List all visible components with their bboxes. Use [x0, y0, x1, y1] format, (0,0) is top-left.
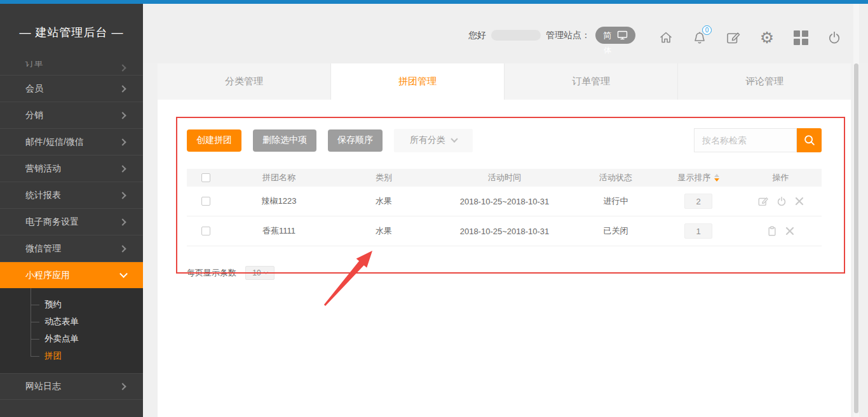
chevron-right-icon — [119, 85, 126, 92]
cell-category: 水果 — [333, 195, 435, 207]
sort-toggle-icon[interactable] — [714, 174, 719, 182]
user-cluster: 您好 管理站点： 简 体 — [468, 27, 635, 44]
top-accent-bar — [0, 0, 868, 4]
cell-category: 水果 — [333, 225, 435, 237]
table-header-row: 拼团名称 类别 活动时间 活动状态 显示排序 操作 — [187, 169, 822, 187]
groupbuy-table: 拼团名称 类别 活动时间 活动状态 显示排序 操作 辣椒1223 水果 2018… — [187, 169, 822, 246]
tab-groupbuy-management[interactable]: 拼团管理 — [330, 63, 504, 100]
monitor-icon — [617, 30, 628, 40]
category-filter-select[interactable]: 所有分类 — [394, 129, 473, 152]
chevron-right-icon — [119, 218, 126, 225]
header-status: 活动状态 — [574, 172, 657, 183]
main-panel: 分类管理 拼团管理 订单管理 评论管理 创建拼团 删除选中项 保存顺序 所有分类 — [158, 63, 851, 417]
sort-order-input[interactable]: 2 — [684, 194, 712, 209]
save-order-button[interactable]: 保存顺序 — [328, 129, 383, 152]
header-sort: 显示排序 — [678, 172, 711, 183]
clipboard-icon[interactable] — [766, 225, 778, 237]
page-size-control: 每页显示条数 10 — [187, 266, 822, 280]
sidebar-item-members[interactable]: 会员 — [0, 75, 143, 102]
search-button[interactable] — [797, 128, 822, 152]
tab-bar: 分类管理 拼团管理 订单管理 评论管理 — [158, 63, 851, 100]
chevron-down-icon — [119, 270, 128, 278]
chevron-right-icon — [119, 192, 126, 199]
gear-icon[interactable]: ⚙ — [759, 28, 775, 47]
search-input[interactable] — [694, 128, 797, 152]
scrollbar-thumb[interactable] — [854, 63, 858, 413]
tab-comment-management[interactable]: 评论管理 — [677, 63, 851, 100]
select-all-checkbox[interactable] — [201, 173, 210, 182]
sidebar-item-distribution[interactable]: 分销 — [0, 102, 143, 128]
apps-grid-icon[interactable] — [792, 28, 809, 47]
edit-icon[interactable] — [725, 28, 742, 47]
sidebar-item-reports[interactable]: 统计报表 — [0, 182, 143, 208]
submenu-item-groupbuy[interactable]: 拼团 — [0, 347, 143, 364]
miniprogram-submenu: 预约 动态表单 外卖点单 拼团 — [0, 288, 143, 373]
header-time: 活动时间 — [435, 172, 574, 183]
chevron-right-icon — [119, 383, 126, 390]
chevron-down-icon — [451, 135, 458, 142]
greeting-text: 您好 — [468, 30, 486, 41]
chevron-right-icon — [119, 112, 126, 119]
home-icon[interactable] — [658, 28, 674, 47]
cell-status: 已关闭 — [574, 225, 657, 237]
row-checkbox[interactable] — [201, 227, 210, 235]
sidebar-item-wechat[interactable]: 微信管理 — [0, 235, 143, 261]
notification-badge: 0 — [702, 25, 712, 35]
submenu-item-takeout[interactable]: 外卖点单 — [0, 330, 143, 347]
tab-category-management[interactable]: 分类管理 — [158, 63, 330, 100]
sort-order-input[interactable]: 1 — [684, 223, 712, 239]
cell-status: 进行中 — [574, 195, 657, 207]
topbar-icons: 0 ⚙ — [658, 28, 843, 47]
chevron-right-icon — [119, 245, 126, 252]
submenu-item-booking[interactable]: 预约 — [0, 296, 143, 313]
create-groupbuy-button[interactable]: 创建拼团 — [187, 129, 241, 152]
toolbar: 创建拼团 删除选中项 保存顺序 所有分类 — [187, 128, 822, 152]
header-category: 类别 — [333, 172, 435, 183]
search-group — [694, 128, 822, 152]
chevron-right-icon — [119, 64, 126, 71]
sidebar-item-messaging[interactable]: 邮件/短信/微信 — [0, 128, 143, 155]
submenu-item-dynamic-form[interactable]: 动态表单 — [0, 313, 143, 330]
vertical-scrollbar[interactable] — [853, 4, 859, 417]
bell-icon[interactable]: 0 — [691, 28, 708, 47]
site-label: 管理站点： — [546, 30, 590, 41]
tab-order-management[interactable]: 订单管理 — [504, 63, 677, 100]
chevron-right-icon — [119, 165, 126, 172]
header-name: 拼团名称 — [225, 172, 333, 183]
cell-time: 2018-10-25~2018-10-31 — [435, 227, 574, 236]
redacted-username — [491, 30, 541, 41]
sidebar-item-orders[interactable]: 订单 — [0, 61, 143, 75]
topbar: 您好 管理站点： 简 体 — [143, 4, 868, 63]
cell-time: 2018-10-25~2018-10-31 — [435, 197, 574, 206]
cell-name: 香蕉1111 — [225, 225, 333, 237]
app-title: — 建站管理后台 — — [0, 4, 143, 61]
language-pill-button[interactable]: 简 — [595, 27, 635, 44]
table-row: 香蕉1111 水果 2018-10-25~2018-10-31 已关闭 1 — [187, 216, 822, 246]
sidebar-item-ecommerce-settings[interactable]: 电子商务设置 — [0, 208, 143, 235]
sidebar: — 建站管理后台 — 订单 会员 分销 邮件/短信/微信 营销活动 统计报表 电… — [0, 4, 143, 417]
app-window: — 建站管理后台 — 订单 会员 分销 邮件/短信/微信 营销活动 统计报表 电… — [0, 0, 868, 417]
cell-name: 辣椒1223 — [225, 195, 333, 207]
page-size-select[interactable]: 10 — [245, 266, 275, 280]
delete-selected-button[interactable]: 删除选中项 — [253, 129, 316, 152]
close-icon[interactable] — [794, 196, 804, 206]
search-icon — [803, 133, 817, 147]
page-size-label: 每页显示条数 — [187, 267, 236, 279]
sidebar-item-miniprogram[interactable]: 小程序应用 — [0, 261, 143, 288]
power-icon[interactable] — [826, 28, 843, 47]
edit-icon[interactable] — [757, 195, 769, 207]
site-switcher: 简 体 — [595, 27, 635, 44]
sidebar-item-site-logs[interactable]: 网站日志 — [0, 373, 143, 400]
chevron-down-icon — [264, 270, 268, 274]
chevron-right-icon — [119, 138, 126, 145]
language-sub-text: 体 — [604, 45, 611, 56]
power-icon[interactable] — [776, 195, 787, 207]
close-icon[interactable] — [785, 226, 795, 236]
table-row: 辣椒1223 水果 2018-10-25~2018-10-31 进行中 2 — [187, 187, 822, 216]
row-checkbox[interactable] — [201, 197, 210, 206]
header-actions: 操作 — [740, 172, 822, 183]
sidebar-item-marketing[interactable]: 营销活动 — [0, 155, 143, 182]
